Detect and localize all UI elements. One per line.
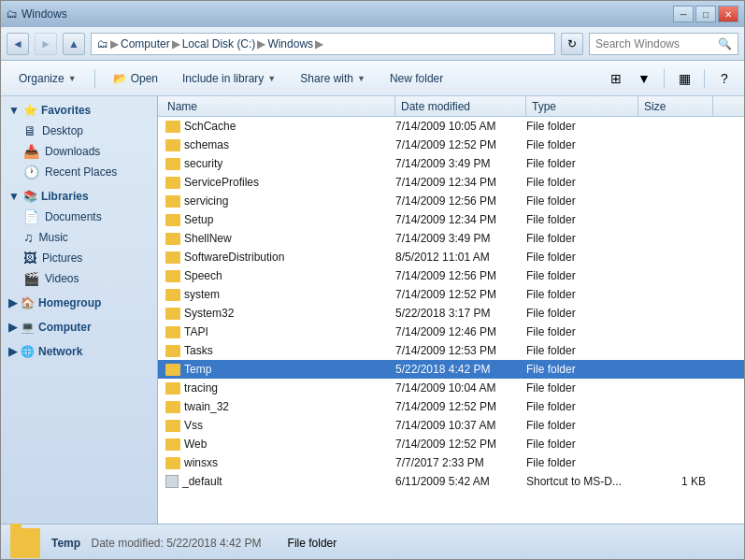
maximize-button[interactable]: □ [695,6,716,22]
sidebar-item-desktop[interactable]: 🖥 Desktop [1,121,157,141]
column-date[interactable]: Date modified [395,96,526,116]
toolbar-separator-3 [704,69,705,88]
toolbar: Organize ▼ 📂 Open Include in library ▼ S… [1,61,744,96]
table-row[interactable]: Temp5/22/2018 4:42 PMFile folder [158,360,744,379]
file-type: File folder [523,176,635,189]
file-list: SchCache7/14/2009 10:05 AMFile foldersch… [158,117,744,524]
file-type: File folder [523,138,635,151]
sidebar-group-homegroup: ▶ 🏠 Homegroup [1,293,157,313]
folder-icon [165,195,180,208]
downloads-icon: 📥 [23,144,39,159]
file-name: schemas [184,138,229,151]
path-icon: 🗂 [97,37,108,50]
table-row[interactable]: Speech7/14/2009 12:56 PMFile folder [158,266,744,285]
table-row[interactable]: TAPI7/14/2009 12:46 PMFile folder [158,323,744,341]
sidebar: ▼ ⭐ Favorites 🖥 Desktop 📥 Downloads 🕐 Re… [1,96,158,524]
recent-places-label: Recent Places [45,165,117,179]
window-title: Windows [21,7,67,21]
table-row[interactable]: Tasks7/14/2009 12:53 PMFile folder [158,341,744,360]
table-row[interactable]: winsxs7/7/2017 2:33 PMFile folder [158,453,744,472]
homegroup-icon: 🏠 [21,296,35,309]
sidebar-item-recent-places[interactable]: 🕐 Recent Places [1,162,157,182]
include-in-library-button[interactable]: Include in library ▼ [172,66,286,91]
table-row[interactable]: SoftwareDistribution8/5/2012 11:01 AMFil… [158,248,744,266]
search-input[interactable] [595,37,718,50]
table-row[interactable]: Setup7/14/2009 12:34 PMFile folder [158,210,744,229]
file-type: File folder [523,344,635,357]
address-path[interactable]: 🗂 ▶ Computer ▶ Local Disk (C:) ▶ Windows… [91,33,555,55]
sidebar-header-network[interactable]: ▶ 🌐 Network [1,341,157,362]
column-size[interactable]: Size [638,96,713,116]
file-type: File folder [523,232,635,245]
documents-label: Documents [45,210,102,223]
help-button[interactable]: ? [712,66,737,91]
file-date: 7/14/2009 3:49 PM [392,232,523,245]
sidebar-header-libraries[interactable]: ▼ 📚 Libraries [1,186,157,207]
share-arrow: ▼ [357,74,365,83]
preview-pane-button[interactable]: ▦ [672,66,696,91]
file-name: winsxs [184,456,218,469]
file-type: File folder [523,157,635,170]
close-button[interactable]: ✕ [718,6,738,22]
file-type: File folder [523,400,635,413]
file-name: System32 [184,307,234,320]
file-type: File folder [523,269,635,282]
table-row[interactable]: System325/22/2018 3:17 PMFile folder [158,304,744,323]
file-list-container: Name Date modified Type Size SchCache7/1… [158,96,744,524]
table-row[interactable]: servicing7/14/2009 12:56 PMFile folder [158,192,744,210]
table-row[interactable]: ServiceProfiles7/14/2009 12:34 PMFile fo… [158,173,744,192]
sidebar-item-downloads[interactable]: 📥 Downloads [1,141,157,162]
status-folder-icon [10,528,40,558]
sidebar-item-music[interactable]: ♫ Music [1,227,157,248]
sidebar-item-videos[interactable]: 🎬 Videos [1,268,157,289]
file-name: Web [184,438,207,451]
refresh-button[interactable]: ↻ [561,33,583,55]
file-date: 7/14/2009 10:04 AM [392,381,523,395]
share-with-button[interactable]: Share with ▼ [290,66,376,91]
table-row[interactable]: security7/14/2009 3:49 PMFile folder [158,154,744,173]
path-drive: Local Disk (C:) [182,37,256,50]
minimize-button[interactable]: ─ [673,6,694,22]
table-row[interactable]: Vss7/14/2009 10:37 AMFile folder [158,416,744,435]
view-down-button[interactable]: ▼ [632,66,656,91]
folder-icon [165,233,180,245]
table-row[interactable]: tracing7/14/2009 10:04 AMFile folder [158,379,744,397]
sidebar-item-pictures[interactable]: 🖼 Pictures [1,248,157,268]
computer-icon: 💻 [21,321,35,334]
folder-icon [165,158,180,170]
file-date: 7/14/2009 12:34 PM [392,213,523,226]
file-date: 7/14/2009 12:34 PM [392,176,523,189]
favorites-label: Favorites [41,104,91,117]
sidebar-header-computer[interactable]: ▶ 💻 Computer [1,317,157,337]
table-row[interactable]: schemas7/14/2009 12:52 PMFile folder [158,136,744,154]
file-name: system [184,288,220,301]
organize-button[interactable]: Organize ▼ [8,66,87,91]
file-date: 7/14/2009 10:37 AM [392,419,523,432]
sidebar-header-favorites[interactable]: ▼ ⭐ Favorites [1,100,157,121]
table-row[interactable]: SchCache7/14/2009 10:05 AMFile folder [158,117,744,136]
table-row[interactable]: ShellNew7/14/2009 3:49 PMFile folder [158,229,744,248]
file-date: 7/14/2009 3:49 PM [392,157,523,170]
file-name: security [184,157,222,170]
table-row[interactable]: Web7/14/2009 12:52 PMFile folder [158,435,744,453]
include-label: Include in library [182,72,264,85]
new-folder-button[interactable]: New folder [380,66,453,91]
column-type[interactable]: Type [526,96,638,116]
folder-icon [165,345,180,357]
up-button[interactable]: ▲ [63,33,85,55]
back-button[interactable]: ◄ [7,33,29,55]
folder-icon [165,382,180,395]
table-row[interactable]: _default6/11/2009 5:42 AMShortcut to MS-… [158,472,744,491]
folder-icon [165,457,180,469]
open-button[interactable]: 📂 Open [103,66,168,91]
status-detail2: File folder [288,537,337,550]
table-row[interactable]: system7/14/2009 12:52 PMFile folder [158,285,744,304]
forward-button[interactable]: ► [35,33,57,55]
column-name[interactable]: Name [162,96,395,116]
sidebar-header-homegroup[interactable]: ▶ 🏠 Homegroup [1,293,157,313]
file-name: Setup [184,213,213,226]
view-button[interactable]: ⊞ [604,66,628,91]
title-bar-left: 🗂 Windows [7,7,67,21]
sidebar-item-documents[interactable]: 📄 Documents [1,207,157,227]
table-row[interactable]: twain_327/14/2009 12:52 PMFile folder [158,397,744,416]
